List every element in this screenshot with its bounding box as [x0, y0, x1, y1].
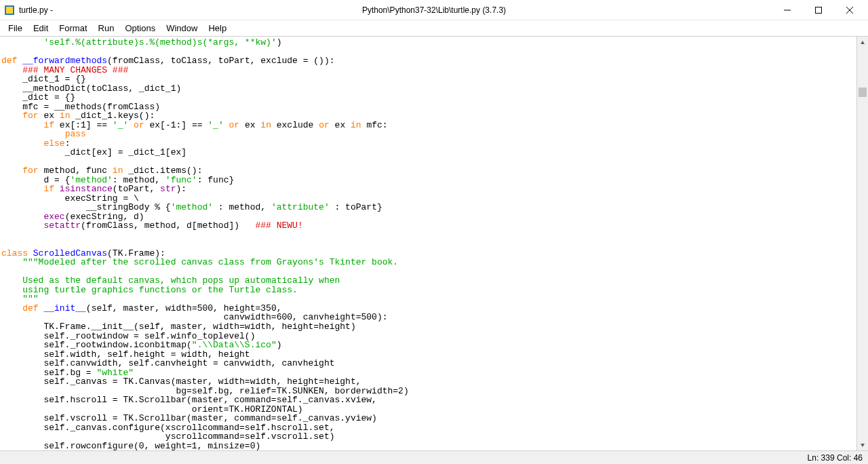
code-string: '_'	[113, 120, 128, 130]
code-text: ex	[330, 120, 351, 130]
menu-format[interactable]: Format	[54, 22, 92, 35]
code-text: (fromClass, method, d[method])	[81, 220, 255, 231]
code-text	[128, 120, 134, 130]
code-text: _dict[ex] = _dict_1[ex]	[1, 147, 186, 157]
menubar: File Edit Format Run Options Window Help	[0, 20, 868, 37]
code-editor[interactable]: 'self.%(attribute)s.%(method)s(*args, **…	[0, 37, 856, 450]
menu-edit[interactable]: Edit	[28, 22, 54, 35]
code-string: 'attribute'	[271, 202, 330, 212]
app-icon	[4, 5, 15, 16]
cursor-position: Ln: 339 Col: 46	[808, 453, 863, 463]
code-text: )	[277, 340, 282, 350]
code-string: 'method'	[171, 202, 213, 212]
code-docstring: """Modeled after the scrolled canvas cla…	[22, 257, 398, 267]
code-text: : toPart}	[330, 202, 382, 212]
code-string: '_'	[208, 120, 223, 130]
code-comment: ### NEWU!	[255, 220, 302, 231]
svg-rect-3	[816, 7, 822, 13]
code-docstring: using turtle graphics functions or the T…	[22, 285, 298, 295]
code-text: ex[-1:] ==	[144, 120, 208, 130]
window-controls	[772, 0, 865, 20]
code-text: mfc:	[361, 120, 388, 130]
maximize-button[interactable]	[803, 0, 834, 20]
menu-run[interactable]: Run	[93, 22, 120, 35]
code-text: ):	[176, 184, 186, 194]
code-text: )	[277, 37, 282, 47]
code-keyword: in	[351, 120, 361, 130]
menu-help[interactable]: Help	[203, 22, 232, 35]
window-title-filename: turtle.py -	[19, 5, 53, 15]
scroll-up-icon[interactable]	[857, 37, 868, 48]
scroll-thumb[interactable]	[859, 88, 867, 97]
window-title-path: Python\Python37-32\Lib\turtle.py (3.7.3)	[362, 5, 506, 15]
code-text	[224, 120, 229, 130]
code-text	[1, 220, 43, 231]
code-keyword: or	[229, 120, 240, 130]
code-string: 'self.%(attribute)s.%(method)s(*args, **…	[43, 37, 276, 47]
code-text: : func}	[197, 175, 235, 185]
code-text: ex	[239, 120, 260, 130]
code-text: : method,	[213, 202, 271, 212]
close-button[interactable]	[834, 0, 865, 20]
menu-file[interactable]: File	[3, 22, 28, 35]
code-keyword: or	[319, 120, 330, 130]
scroll-down-icon[interactable]	[857, 439, 868, 450]
code-text: self.columnconfigure(0, weight=1, minsiz…	[1, 450, 277, 450]
code-text: self.rowconfigure(0, weight=1, minsize=0…	[1, 441, 260, 450]
code-text	[1, 257, 22, 267]
svg-rect-1	[6, 7, 13, 14]
editor-area: 'self.%(attribute)s.%(method)s(*args, **…	[0, 37, 868, 450]
menu-options[interactable]: Options	[119, 22, 161, 35]
vertical-scrollbar[interactable]	[856, 37, 868, 450]
menu-window[interactable]: Window	[161, 22, 203, 35]
code-text: (fromClass, toClass, toPart, exclude = (…	[107, 56, 334, 66]
minimize-button[interactable]	[772, 0, 803, 20]
scroll-track[interactable]	[857, 48, 868, 439]
statusbar: Ln: 339 Col: 46	[0, 450, 868, 464]
svg-marker-7	[861, 444, 865, 447]
svg-marker-6	[861, 41, 865, 44]
titlebar: turtle.py - Python\Python37-32\Lib\turtl…	[0, 0, 868, 20]
code-text	[1, 37, 43, 47]
code-builtin: setattr	[43, 220, 81, 231]
code-builtin: str	[160, 184, 176, 194]
code-keyword: in	[260, 120, 271, 130]
code-text: exclude	[271, 120, 319, 130]
code-keyword: or	[134, 120, 144, 130]
